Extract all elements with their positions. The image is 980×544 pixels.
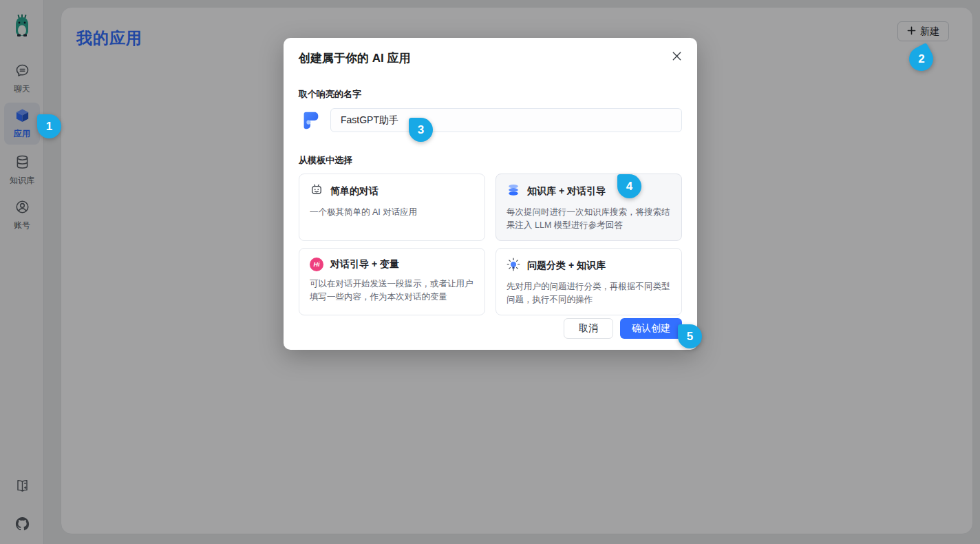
template-section-label: 从模板中选择 <box>299 154 682 167</box>
confirm-create-button[interactable]: 确认创建 <box>620 318 682 339</box>
app-avatar-logo[interactable] <box>299 109 322 132</box>
lightbulb-rays-icon <box>507 258 520 274</box>
app-name-input[interactable] <box>330 108 682 132</box>
template-card-classify-dataset[interactable]: 问题分类 + 知识库 先对用户的问题进行分类，再根据不同类型问题，执行不同的操作 <box>496 248 682 315</box>
template-card-simple-chat[interactable]: 简单的对话 一个极其简单的 AI 对话应用 <box>299 174 485 241</box>
annotation-badge-3: 3 <box>409 118 433 142</box>
template-description: 每次提问时进行一次知识库搜索，将搜索结果注入 LLM 模型进行参考回答 <box>507 206 671 231</box>
annotation-badge-1: 1 <box>37 114 61 138</box>
modal-title: 创建属于你的 AI 应用 <box>299 50 682 66</box>
template-description: 先对用户的问题进行分类，再根据不同类型问题，执行不同的操作 <box>507 280 671 306</box>
cancel-button[interactable]: 取消 <box>564 318 613 339</box>
close-icon[interactable] <box>667 46 686 65</box>
template-title: 对话引导 + 变量 <box>330 258 399 271</box>
template-description: 一个极其简单的 AI 对话应用 <box>310 206 474 219</box>
template-title: 简单的对话 <box>330 185 379 198</box>
dataset-stack-icon <box>507 183 520 200</box>
annotation-badge-4: 4 <box>617 174 641 198</box>
template-card-dataset-guide[interactable]: 知识库 + 对话引导 每次提问时进行一次知识库搜索，将搜索结果注入 LLM 模型… <box>496 174 682 241</box>
name-section-label: 取个响亮的名字 <box>299 88 682 101</box>
robot-icon <box>310 183 323 200</box>
hi-icon: Hi <box>310 258 323 271</box>
template-card-guide-variables[interactable]: Hi 对话引导 + 变量 可以在对话开始发送一段提示，或者让用户填写一些内容，作… <box>299 248 485 315</box>
annotation-badge-5: 5 <box>678 324 702 348</box>
template-title: 知识库 + 对话引导 <box>527 185 606 198</box>
template-description: 可以在对话开始发送一段提示，或者让用户填写一些内容，作为本次对话的变量 <box>310 278 474 303</box>
template-title: 问题分类 + 知识库 <box>527 260 606 272</box>
